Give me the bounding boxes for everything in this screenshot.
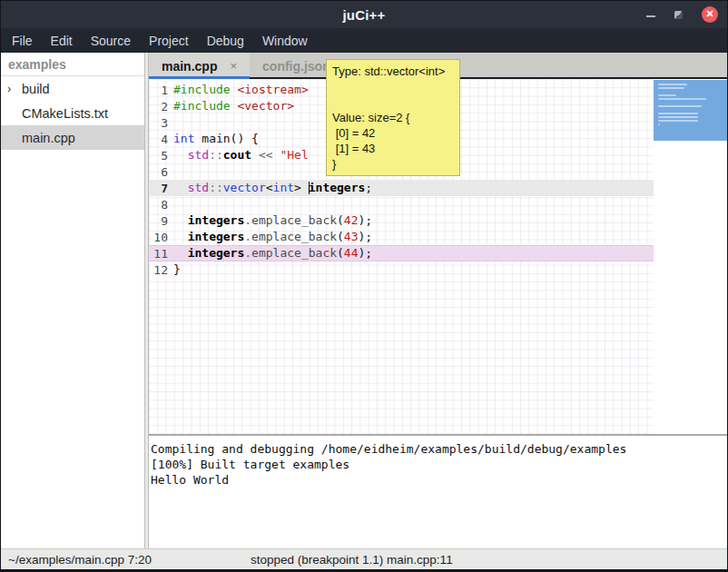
- minimap[interactable]: [654, 80, 727, 141]
- file-tree: ›buildCMakeLists.txtmain.cpp: [1, 76, 144, 150]
- file-sidebar: examples ›buildCMakeLists.txtmain.cpp: [1, 53, 144, 548]
- tooltip-line: Type: std::vector<int>: [332, 64, 454, 79]
- tree-item-build[interactable]: ›build: [1, 76, 144, 101]
- tooltip-line: [1] = 43: [332, 141, 454, 156]
- minimap-line: [658, 84, 687, 85]
- code-line-text: integers.emplace_back(43);: [173, 229, 372, 245]
- window-controls: ✕: [646, 6, 727, 23]
- code-line-7[interactable]: 7 std::vector<int> integers;: [149, 180, 654, 196]
- tab-label: main.cpp: [162, 59, 217, 74]
- tree-item-label: build: [22, 82, 50, 96]
- tooltip-line: [332, 94, 454, 110]
- line-number-9[interactable]: 9: [149, 214, 168, 228]
- minimize-icon[interactable]: [646, 15, 655, 17]
- menu-item-source[interactable]: Source: [82, 34, 140, 48]
- code-line-text: }: [173, 261, 181, 278]
- tooltip-line: [0] = 42: [332, 125, 454, 141]
- code-line-10[interactable]: 10 integers.emplace_back(43);: [149, 229, 654, 245]
- debug-value-tooltip: Type: std::vector<int>Value: size=2 { [0…: [326, 59, 460, 176]
- minimap-line: [658, 123, 660, 125]
- line-number-11[interactable]: 11: [149, 247, 168, 261]
- terminal-panel[interactable]: Compiling and debugging /home/eidheim/ex…: [149, 436, 727, 548]
- code-line-text: std::vector<int> integers;: [173, 180, 372, 196]
- tooltip-line: Value: size=2 {: [332, 110, 454, 125]
- tree-item-cmakelists-txt[interactable]: CMakeLists.txt: [1, 101, 144, 125]
- status-bar: ~/examples/main.cpp 7:20 stopped (breakp…: [1, 548, 727, 569]
- code-line-8[interactable]: 8: [149, 196, 654, 212]
- menu-item-file[interactable]: File: [3, 34, 42, 48]
- line-number-3[interactable]: 3: [149, 116, 168, 130]
- close-icon[interactable]: ✕: [702, 6, 718, 23]
- expander-icon[interactable]: ›: [7, 82, 22, 95]
- minimap-line: [658, 113, 698, 114]
- code-line-text: #include <iostream>: [173, 82, 309, 98]
- tooltip-line: [332, 79, 454, 94]
- tab-main-cpp[interactable]: main.cpp×: [149, 53, 250, 79]
- tooltip-line: }: [332, 156, 454, 172]
- minimap-line: [658, 98, 706, 100]
- tab-label: config.json: [262, 59, 330, 74]
- restore-icon[interactable]: [674, 11, 683, 19]
- line-number-4[interactable]: 4: [149, 133, 168, 146]
- menu-item-project[interactable]: Project: [140, 34, 198, 48]
- menu-item-window[interactable]: Window: [253, 34, 317, 48]
- menu-item-edit[interactable]: Edit: [42, 34, 82, 48]
- line-number-7[interactable]: 7: [149, 182, 168, 195]
- code-line-text: int main() {: [173, 131, 259, 147]
- tree-item-label: CMakeLists.txt: [22, 106, 108, 121]
- code-line-text: std::cout << "Hel: [173, 147, 309, 163]
- menubar: FileEditSourceProjectDebugWindow: [1, 28, 727, 53]
- tree-item-main-cpp[interactable]: main.cpp: [1, 125, 144, 150]
- menu-item-debug[interactable]: Debug: [198, 34, 253, 48]
- editor-pane: main.cpp×config.json 1#include <iostream…: [149, 53, 727, 548]
- minimap-line: [658, 94, 676, 96]
- terminal-line: [100%] Built target examples: [151, 457, 727, 472]
- main-area: examples ›buildCMakeLists.txtmain.cpp ma…: [1, 53, 727, 548]
- status-debug-state: stopped (breakpoint 1.1) main.cpp:11: [251, 553, 453, 567]
- project-name-header: examples: [1, 53, 144, 76]
- close-icon[interactable]: ×: [230, 59, 237, 73]
- line-number-5[interactable]: 5: [149, 149, 168, 163]
- scroll-overview[interactable]: [654, 79, 727, 434]
- minimap-line: [658, 116, 698, 118]
- window-title: juCi++: [1, 7, 727, 23]
- tree-item-label: main.cpp: [22, 131, 75, 145]
- terminal-line: Compiling and debugging /home/eidheim/ex…: [151, 441, 727, 457]
- status-file-position: ~/examples/main.cpp 7:20: [1, 553, 152, 567]
- minimap-line: [658, 120, 698, 122]
- line-number-1[interactable]: 1: [149, 84, 168, 97]
- minimap-line: [658, 87, 684, 89]
- code-line-text: #include <vector>: [173, 98, 294, 114]
- code-line-9[interactable]: 9 integers.emplace_back(42);: [149, 212, 654, 229]
- app-window: juCi++ ✕ FileEditSourceProjectDebugWindo…: [0, 0, 728, 572]
- code-line-text: integers.emplace_back(42);: [173, 212, 372, 229]
- line-number-12[interactable]: 12: [149, 263, 168, 277]
- title-bar[interactable]: juCi++ ✕: [1, 1, 727, 28]
- code-line-12[interactable]: 12}: [149, 261, 654, 278]
- code-line-text: integers.emplace_back(44);: [173, 245, 372, 261]
- line-number-2[interactable]: 2: [149, 100, 168, 113]
- minimap-line: [658, 105, 702, 107]
- line-number-8[interactable]: 8: [149, 198, 168, 212]
- line-number-10[interactable]: 10: [149, 231, 168, 244]
- line-number-6[interactable]: 6: [149, 165, 168, 179]
- code-line-11[interactable]: 11 integers.emplace_back(44);: [149, 245, 654, 261]
- terminal-line: Hello World: [151, 472, 727, 488]
